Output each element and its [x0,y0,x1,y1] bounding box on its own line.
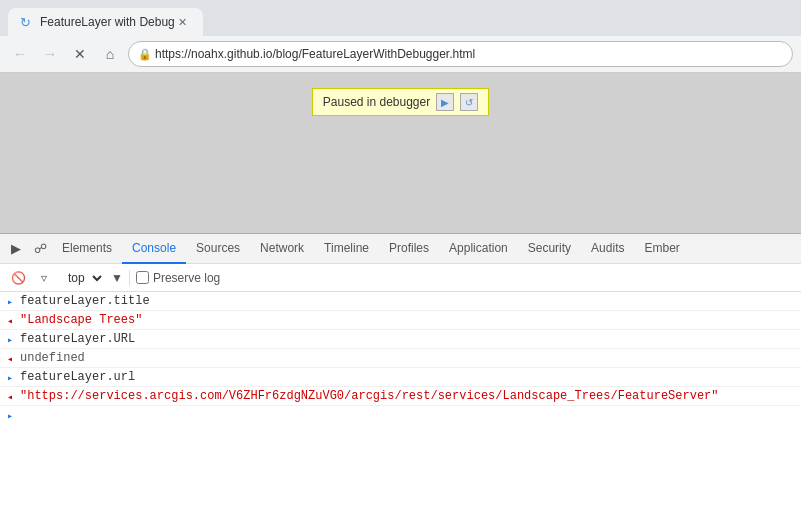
tab-close-button[interactable]: ✕ [175,14,191,30]
console-output-arrow: ◂ [0,351,20,365]
tab-application[interactable]: Application [439,234,518,264]
console-toolbar: 🚫 ▿ top ▼ Preserve log [0,264,801,292]
console-row: ▸ featureLayer.URL [0,330,801,349]
tab-timeline[interactable]: Timeline [314,234,379,264]
back-button[interactable]: ← [8,42,32,66]
console-row: ◂ "https://services.arcgis.com/V6ZHFr6zd… [0,387,801,406]
console-row: ▸ featureLayer.title [0,292,801,311]
toolbar-separator [129,270,130,286]
console-entry: "https://services.arcgis.com/V6ZHFr6zdgN… [20,389,719,403]
console-row: ▸ featureLayer.url [0,368,801,387]
address-bar-row: ← → ✕ ⌂ 🔒 https://noahx.github.io/blog/F… [0,36,801,72]
tab-title: FeatureLayer with Debug [40,15,175,29]
console-output-arrow: ◂ [0,389,20,403]
devtools-tab-bar: ▶ ☍ Elements Console Sources Network Tim… [0,234,801,264]
console-input-arrow: ▸ [0,294,20,308]
console-prompt-arrow: ▸ [0,408,20,422]
debugger-step-button[interactable]: ↺ [460,93,478,111]
preserve-log-checkbox[interactable] [136,271,149,284]
tab-network[interactable]: Network [250,234,314,264]
devtools-cursor-icon[interactable]: ▶ [4,237,28,261]
home-button[interactable]: ⌂ [98,42,122,66]
debugger-resume-button[interactable]: ▶ [436,93,454,111]
page-content: Paused in debugger ▶ ↺ [0,73,801,233]
address-wrapper: 🔒 https://noahx.github.io/blog/FeatureLa… [128,41,793,67]
console-entry: undefined [20,351,85,365]
console-output-arrow: ◂ [0,313,20,327]
devtools-mobile-icon[interactable]: ☍ [28,237,52,261]
tab-console[interactable]: Console [122,234,186,264]
console-context-select[interactable]: top [60,267,105,289]
console-row: ◂ undefined [0,349,801,368]
console-entry: featureLayer.title [20,294,150,308]
security-lock-icon: 🔒 [138,48,152,61]
address-input[interactable]: https://noahx.github.io/blog/FeatureLaye… [128,41,793,67]
console-clear-button[interactable]: 🚫 [8,268,28,288]
browser-chrome: ↻ FeatureLayer with Debug ✕ ← → ✕ ⌂ 🔒 ht… [0,0,801,73]
preserve-log-label[interactable]: Preserve log [136,271,220,285]
console-entry: featureLayer.url [20,370,135,384]
console-entry: "Landscape Trees" [20,313,142,327]
tab-security[interactable]: Security [518,234,581,264]
browser-tab[interactable]: ↻ FeatureLayer with Debug ✕ [8,8,203,36]
console-input-row: ▸ [0,406,801,424]
debugger-text: Paused in debugger [323,95,430,109]
console-filter-icon[interactable]: ▿ [34,268,54,288]
devtools-panel: ▶ ☍ Elements Console Sources Network Tim… [0,233,801,508]
console-input[interactable] [20,408,793,422]
console-input-arrow: ▸ [0,370,20,384]
reload-button[interactable]: ✕ [68,42,92,66]
forward-button[interactable]: → [38,42,62,66]
console-output: ▸ featureLayer.title ◂ "Landscape Trees"… [0,292,801,508]
tab-ember[interactable]: Ember [634,234,689,264]
tab-elements[interactable]: Elements [52,234,122,264]
tab-audits[interactable]: Audits [581,234,634,264]
context-arrow: ▼ [111,271,123,285]
console-entry: featureLayer.URL [20,332,135,346]
console-row: ◂ "Landscape Trees" [0,311,801,330]
tab-favicon: ↻ [20,15,34,29]
tab-sources[interactable]: Sources [186,234,250,264]
debugger-banner: Paused in debugger ▶ ↺ [312,88,489,116]
tab-profiles[interactable]: Profiles [379,234,439,264]
tab-bar: ↻ FeatureLayer with Debug ✕ [0,0,801,36]
console-input-arrow: ▸ [0,332,20,346]
